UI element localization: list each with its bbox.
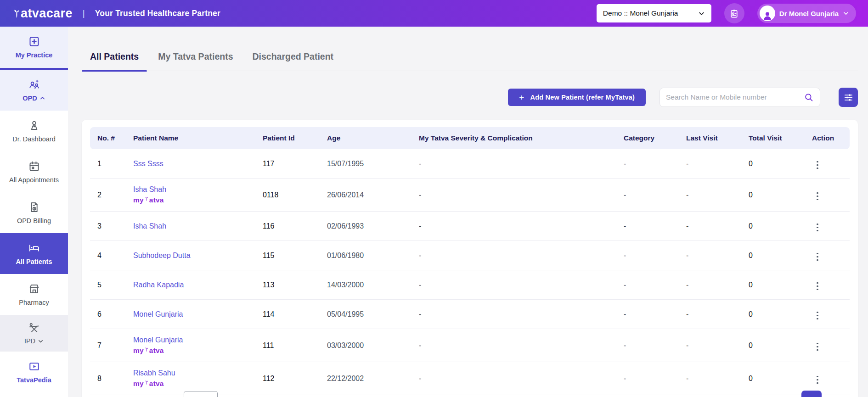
tatva-sprout-icon [144,196,149,202]
tatva-sprout-logo-icon [12,7,22,20]
mytatva-badge-suffix: atva [149,380,164,388]
sidebar-item-tatvapedia[interactable]: TatvaPedia [0,352,68,392]
severity-cell: - [415,362,620,395]
last-visit-cell: - [682,270,745,300]
column-header-total-visit: Total Visit [745,127,808,149]
user-menu[interactable]: Dr Monel Gunjaria [757,4,856,23]
search-box [659,88,820,107]
last-visit-cell: - [682,300,745,329]
category-cell: - [620,241,682,270]
patient-name-link[interactable]: Subhodeep Dutta [133,252,191,260]
category-cell: - [620,212,682,241]
patient-name-cell: Isha Shahmyatva [130,179,259,212]
table-row: 1Sss Ssss11715/07/1995---0 [90,149,850,179]
tab-discharged-patient[interactable]: Discharged Patient [244,45,342,71]
column-header-no: No. # [90,127,130,149]
sidebar-item-label: Dr. Dashboard [12,135,56,143]
age-cell: 14/03/2000 [323,270,415,300]
filter-button[interactable] [839,88,858,107]
patient-id-cell: 117 [259,149,323,179]
row-actions-kebab-icon[interactable] [812,341,823,353]
row-actions-kebab-icon[interactable] [812,374,823,386]
total-visit-cell: 0 [745,300,808,329]
sidebar-item-opd[interactable]: OPD [0,70,68,111]
action-cell [808,149,850,179]
tab-all-patients[interactable]: All Patients [82,45,147,71]
patient-id-cell: 112 [259,362,323,395]
chevron-down-icon [698,10,705,17]
sidebar-item-all-patients[interactable]: All Patients [0,233,68,274]
last-visit-cell: - [682,179,745,212]
tab-my-tatva-patients[interactable]: My Tatva Patients [150,45,241,71]
row-actions-kebab-icon[interactable] [812,309,823,322]
sidebar-item-label: IPD [24,337,35,345]
column-header-category: Category [620,127,682,149]
patient-name-link[interactable]: Isha Shah [133,222,166,230]
sidebar-item-dr-dashboard[interactable]: Dr. Dashboard [0,111,68,151]
patient-id-cell: 113 [259,270,323,300]
sidebar-item-my-practice[interactable]: My Practice [0,27,68,70]
severity-cell: - [415,179,620,212]
id-badge-icon [729,8,739,19]
patient-name-link[interactable]: Sss Ssss [133,160,163,168]
severity-cell: - [415,329,620,362]
patient-name-link[interactable]: Risabh Sahu [133,369,175,377]
pharmacy-store-icon [28,283,40,295]
patient-name-link[interactable]: Isha Shah [133,185,166,194]
table-row: 2Isha Shahmyatva011826/06/2014---0 [90,179,850,212]
patient-id-cell: 114 [259,300,323,329]
row-number-cell: 5 [90,270,130,300]
row-actions-kebab-icon[interactable] [812,159,823,172]
toolbar: + Add New Patient (refer MyTatva) [82,88,858,107]
column-header-patient-id: Patient Id [259,127,323,149]
header-right: Demo :: Monel Gunjaria Dr Monel Gunjaria [597,3,856,23]
row-actions-kebab-icon[interactable] [812,251,823,263]
category-cell: - [620,362,682,395]
row-actions-kebab-icon[interactable] [812,190,823,203]
sidebar-item-ipd[interactable]: IPD [0,315,68,352]
mytatva-badge-prefix: my [133,380,144,388]
patient-name-cell: Isha Shah [130,212,259,241]
search-input[interactable] [666,93,804,101]
row-number-cell: 7 [90,329,130,362]
page-size-select[interactable] [184,391,218,397]
severity-cell: - [415,149,620,179]
action-cell [808,212,850,241]
age-cell: 03/03/2000 [323,329,415,362]
patient-name-link[interactable]: Monel Gunjaria [133,310,183,319]
add-new-patient-button[interactable]: + Add New Patient (refer MyTatva) [508,89,646,106]
row-actions-kebab-icon[interactable] [812,221,823,234]
patient-id-cell: 115 [259,241,323,270]
sidebar-item-all-appointments[interactable]: All Appointments [0,151,68,192]
patient-name-cell: Subhodeep Dutta [130,241,259,270]
search-icon[interactable] [804,92,814,102]
patients-table: No. #Patient NamePatient IdAgeMy Tatva S… [90,127,850,395]
action-cell [808,300,850,329]
column-header-action: Action [808,127,850,149]
app-header: atvacare | Your Trusted Healthcare Partn… [0,0,868,27]
category-cell: - [620,149,682,179]
row-number-cell: 2 [90,179,130,212]
patients-table-card: No. #Patient NamePatient IdAgeMy Tatva S… [82,120,858,397]
patient-name-cell: Sss Ssss [130,149,259,179]
sidebar-item-pharmacy[interactable]: Pharmacy [0,274,68,315]
row-number-cell: 4 [90,241,130,270]
plus-icon: + [519,93,524,102]
clinic-select[interactable]: Demo :: Monel Gunjaria [597,4,711,22]
row-number-cell: 1 [90,149,130,179]
calendar-icon [28,160,40,173]
ipd-stretcher-icon [28,321,40,334]
clinic-select-value: Demo :: Monel Gunjaria [603,9,678,17]
id-badge-button[interactable] [724,3,744,23]
action-cell [808,362,850,395]
column-header-my-tatva-severity-complication: My Tatva Severity & Complication [415,127,620,149]
user-name: Dr Monel Gunjaria [779,10,839,17]
row-actions-kebab-icon[interactable] [812,280,823,293]
table-row: 8Risabh Sahumyatva11222/12/2002---0 [90,362,850,395]
mytatva-badge-prefix: my [133,196,144,204]
patient-name-link[interactable]: Monel Gunjaria [133,336,183,344]
sidebar-item-opd-billing[interactable]: OPD Billing [0,192,68,233]
patient-name-link[interactable]: Radha Kapadia [133,281,184,289]
pagination-button[interactable] [801,391,822,397]
tatvacare-logo[interactable]: atvacare [12,6,73,21]
